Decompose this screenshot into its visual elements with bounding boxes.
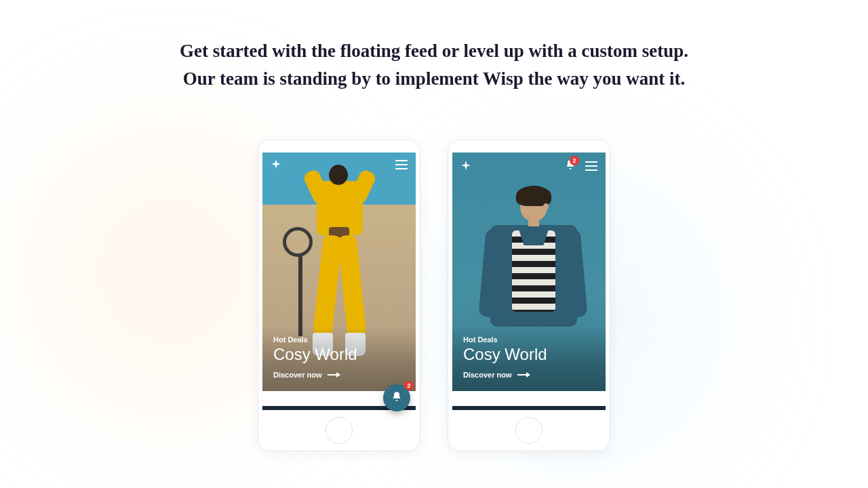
discover-cta[interactable]: Discover now [273, 371, 405, 379]
page-heading: Get started with the floating feed or le… [0, 37, 868, 92]
hero-card[interactable]: Hot Deals Cosy World Discover now [262, 152, 416, 391]
notification-button[interactable]: 2 [565, 159, 576, 173]
hamburger-icon[interactable] [395, 160, 408, 169]
cta-label: Discover now [463, 371, 512, 379]
hero-card[interactable]: 2 Hot Deals Cosy World Discover now [452, 152, 606, 391]
card-title: Cosy World [463, 345, 595, 364]
top-bar: 2 [460, 159, 597, 173]
arrow-right-icon [517, 374, 530, 375]
phones-row: Hot Deals Cosy World Discover now 2 [0, 140, 868, 451]
phone-screen: 2 Hot Deals Cosy World Discover now [452, 152, 606, 410]
card-overlay: Hot Deals Cosy World Discover now [262, 326, 416, 391]
top-bar [271, 159, 408, 170]
topbar-right: 2 [565, 159, 597, 173]
card-eyebrow: Hot Deals [463, 336, 595, 344]
hamburger-icon[interactable] [585, 161, 597, 171]
card-overlay: Hot Deals Cosy World Discover now [452, 326, 606, 391]
heading-line-1: Get started with the floating feed or le… [180, 41, 688, 61]
discover-cta[interactable]: Discover now [463, 371, 595, 379]
home-button[interactable] [515, 417, 542, 444]
notification-badge: 2 [404, 381, 414, 390]
notification-fab[interactable]: 2 [383, 384, 410, 411]
notification-badge: 2 [570, 156, 579, 165]
heading-line-2: Our team is standing by to implement Wis… [183, 68, 685, 89]
sparkle-icon[interactable] [271, 159, 281, 170]
sparkle-icon[interactable] [460, 161, 471, 171]
card-eyebrow: Hot Deals [273, 336, 405, 344]
home-button[interactable] [326, 417, 353, 444]
arrow-right-icon [328, 374, 340, 375]
bell-icon [391, 391, 402, 405]
next-card-peek [452, 406, 606, 410]
cta-label: Discover now [273, 371, 322, 379]
phone-mock-right: 2 Hot Deals Cosy World Discover now [448, 140, 610, 451]
phone-screen: Hot Deals Cosy World Discover now [262, 152, 416, 410]
phone-mock-left: Hot Deals Cosy World Discover now 2 [258, 140, 420, 451]
card-title: Cosy World [273, 345, 405, 364]
